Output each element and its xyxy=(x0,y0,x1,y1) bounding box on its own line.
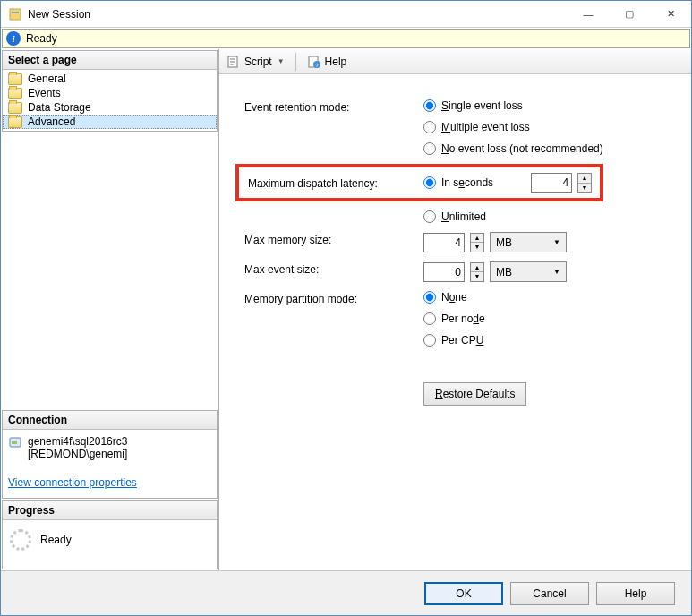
dispatch-label: Maximum dispatch latency: xyxy=(244,175,423,190)
sidebar-item-advanced[interactable]: Advanced xyxy=(3,115,217,129)
sidebar-item-label: General xyxy=(28,73,66,85)
connection-server: genemi4f\sql2016rc3 xyxy=(28,435,127,448)
partition-none[interactable]: None xyxy=(423,291,675,304)
info-icon: i xyxy=(6,31,21,46)
sidebar-item-label: Advanced xyxy=(28,116,75,128)
server-icon xyxy=(8,435,22,449)
max-mem-unit-select[interactable]: MB ▼ xyxy=(490,232,567,252)
retention-none-radio[interactable] xyxy=(423,142,436,155)
minimize-button[interactable]: — xyxy=(568,1,609,28)
partition-per-node-radio[interactable] xyxy=(423,312,436,325)
partition-per-cpu[interactable]: Per CPU xyxy=(423,334,675,346)
app-icon xyxy=(8,7,22,21)
retention-none[interactable]: No event loss (not recommended) xyxy=(423,142,675,155)
sidebar: Select a page General Events Data Storag… xyxy=(1,49,219,570)
form-area: Event retention mode: Single event loss … xyxy=(219,74,691,415)
max-evt-unit-select[interactable]: MB ▼ xyxy=(490,261,567,282)
dispatch-spinner[interactable]: ▲▼ xyxy=(577,173,592,192)
dispatch-highlight: Maximum dispatch latency: In seconds ▲▼ xyxy=(235,164,603,201)
window-title: New Session xyxy=(28,8,568,21)
chevron-down-icon: ▼ xyxy=(278,57,285,65)
chevron-down-icon: ▼ xyxy=(553,268,560,276)
toolbar: Script ▼ ? Help xyxy=(219,49,691,74)
max-mem-input[interactable] xyxy=(423,233,465,252)
partition-per-node[interactable]: Per node xyxy=(423,312,675,325)
retention-label: Event retention mode: xyxy=(244,99,423,114)
partition-none-radio[interactable] xyxy=(423,291,436,304)
partition-per-cpu-radio[interactable] xyxy=(423,334,436,346)
help-toolbar-button[interactable]: ? Help xyxy=(303,53,351,71)
script-button[interactable]: Script ▼ xyxy=(223,53,288,71)
retention-multiple-radio[interactable] xyxy=(423,121,436,133)
progress-header: Progress xyxy=(3,501,217,520)
restore-defaults-button[interactable]: Restore Defaults xyxy=(423,382,526,406)
retention-group: Single event loss Multiple event loss No… xyxy=(423,99,675,155)
sidebar-item-label: Data Storage xyxy=(28,101,91,114)
retention-multiple[interactable]: Multiple event loss xyxy=(423,121,675,133)
title-bar: New Session — ▢ ✕ xyxy=(1,1,691,28)
ok-button[interactable]: OK xyxy=(424,582,503,605)
max-evt-row: ▲▼ MB ▼ xyxy=(423,261,675,282)
window-buttons: — ▢ ✕ xyxy=(568,1,691,28)
chevron-down-icon: ▼ xyxy=(553,238,560,246)
max-mem-spinner[interactable]: ▲▼ xyxy=(470,233,484,252)
dialog-footer: OK Cancel Help xyxy=(1,570,691,615)
connection-header: Connection xyxy=(3,411,217,430)
maximize-button[interactable]: ▢ xyxy=(609,1,650,28)
sidebar-item-label: Events xyxy=(28,87,61,99)
svg-rect-3 xyxy=(12,441,17,444)
dispatch-seconds-label: In seconds xyxy=(441,176,493,189)
retention-single[interactable]: Single event loss xyxy=(423,99,675,112)
spin-down-icon[interactable]: ▼ xyxy=(471,243,483,252)
spin-down-icon[interactable]: ▼ xyxy=(578,184,591,192)
dispatch-unlimited[interactable]: Unlimited xyxy=(423,210,675,223)
help-label: Help xyxy=(325,56,347,68)
svg-rect-1 xyxy=(12,12,19,13)
page-list: General Events Data Storage Advanced xyxy=(3,70,217,131)
dispatch-seconds-input[interactable] xyxy=(531,173,572,192)
max-mem-label: Max memory size: xyxy=(244,232,423,246)
main-panel: Script ▼ ? Help Event retention mode: Si… xyxy=(219,49,691,570)
max-evt-label: Max event size: xyxy=(244,261,423,276)
partition-group: None Per node Per CPU xyxy=(423,291,675,346)
sidebar-header: Select a page xyxy=(3,51,217,70)
connection-user: [REDMOND\genemi] xyxy=(28,448,127,460)
spin-up-icon[interactable]: ▲ xyxy=(471,263,483,273)
folder-icon xyxy=(8,88,22,99)
max-evt-spinner[interactable]: ▲▼ xyxy=(470,262,484,282)
close-button[interactable]: ✕ xyxy=(650,1,691,28)
progress-text: Ready xyxy=(40,534,72,546)
dispatch-seconds-radio[interactable] xyxy=(423,176,436,189)
spin-up-icon[interactable]: ▲ xyxy=(471,234,483,244)
svg-rect-0 xyxy=(10,9,21,20)
sidebar-item-data-storage[interactable]: Data Storage xyxy=(3,100,217,115)
script-icon xyxy=(226,55,241,69)
retention-single-radio[interactable] xyxy=(423,99,436,112)
spin-up-icon[interactable]: ▲ xyxy=(578,174,591,184)
progress-spinner-icon xyxy=(10,529,31,551)
help-button[interactable]: Help xyxy=(596,582,675,605)
partition-label: Memory partition mode: xyxy=(244,291,423,305)
folder-icon xyxy=(8,73,22,85)
view-connection-properties-link[interactable]: View connection properties xyxy=(3,469,142,498)
toolbar-separator xyxy=(295,53,296,71)
sidebar-item-general[interactable]: General xyxy=(3,72,217,86)
cancel-button[interactable]: Cancel xyxy=(510,582,589,605)
status-bar: i Ready xyxy=(2,29,690,48)
max-evt-input[interactable] xyxy=(423,262,465,282)
status-text: Ready xyxy=(26,32,57,45)
max-mem-row: ▲▼ MB ▼ xyxy=(423,232,675,252)
help-icon: ? xyxy=(307,55,321,69)
folder-icon xyxy=(8,116,22,128)
sidebar-item-events[interactable]: Events xyxy=(3,86,217,100)
script-label: Script xyxy=(244,56,272,68)
dispatch-unlimited-radio[interactable] xyxy=(423,210,436,223)
dispatch-seconds-row: In seconds ▲▼ xyxy=(423,173,594,192)
folder-icon xyxy=(8,102,22,114)
spin-down-icon[interactable]: ▼ xyxy=(471,272,483,281)
